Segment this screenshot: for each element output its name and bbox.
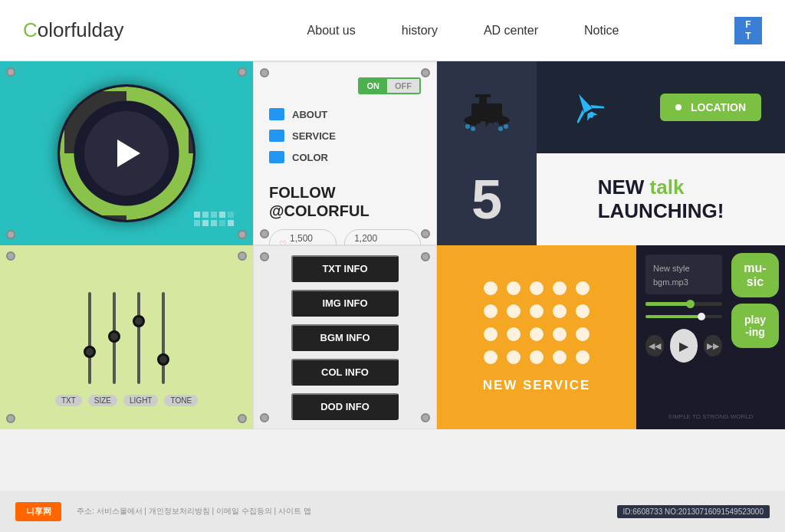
ft-badge[interactable]: F T [734, 17, 762, 44]
info-buttons-cell: TXT INFO IMG INFO BGM INFO COL INFO DOD … [253, 245, 437, 429]
btn-dod-info[interactable]: DOD INFO [291, 393, 399, 420]
launching-label: LAUNCHING! [598, 199, 724, 223]
dot [484, 281, 498, 295]
menu-service[interactable]: SERVICE [269, 125, 421, 146]
btn-txt-info[interactable]: TXT INFO [291, 255, 399, 282]
volume-track[interactable] [645, 315, 722, 318]
slider-thumb-size[interactable] [108, 330, 120, 343]
toggle-on[interactable]: ON [360, 79, 388, 93]
slider-track-tone [162, 292, 165, 384]
svg-point-9 [471, 126, 475, 131]
pixel [211, 220, 217, 226]
slider-thumb-tone[interactable] [157, 353, 169, 366]
dot [484, 327, 498, 341]
btn-img-info[interactable]: IMG INFO [291, 290, 399, 317]
track-name: New style bgm.mp3 [653, 264, 690, 287]
svg-marker-12 [575, 92, 593, 113]
menu-about-label: ABOUT [292, 109, 327, 120]
new-label: NEW [598, 176, 645, 199]
fast-forward-button[interactable]: ▶▶ [704, 335, 722, 356]
screw-br [421, 229, 430, 238]
screw-bl [260, 229, 269, 238]
play-pause-button[interactable]: ▶ [670, 329, 698, 363]
btn-bgm-info[interactable]: BGM INFO [291, 324, 399, 351]
nav-adcenter[interactable]: AD center [484, 24, 538, 38]
plane-cell [537, 61, 636, 153]
music-bubbles: mu-sic play-ing [731, 253, 779, 348]
screw-tl [260, 68, 269, 77]
volume-thumb[interactable] [698, 313, 705, 320]
menu-about[interactable]: ABOUT [269, 103, 421, 125]
follow-handle: FOLLOW @COLORFUL [269, 183, 421, 220]
rewind-button[interactable]: ◀◀ [645, 335, 664, 356]
svg-point-6 [476, 123, 482, 130]
label-light: LIGHT [123, 395, 158, 406]
pixel [194, 220, 200, 226]
slider-txt[interactable] [88, 292, 91, 384]
follow-line2: @COLORFUL [269, 202, 421, 220]
menu-about-icon [269, 108, 284, 120]
slider-light[interactable] [137, 292, 140, 384]
label-txt: TXT [55, 395, 82, 406]
follow-line1: FOLLOW [269, 183, 421, 202]
screw-tr [238, 251, 247, 261]
logo-c: C [23, 18, 38, 41]
page-wrapper: Colorfulday About us history AD center N… [0, 0, 785, 532]
dot [507, 281, 521, 295]
player-controls: ◀◀ ▶ ▶▶ [645, 329, 722, 363]
btn-col-info[interactable]: COL INFO [291, 359, 399, 386]
talk-label: talk [650, 176, 685, 199]
pixel [228, 212, 234, 218]
location-button[interactable]: LOCATION [660, 94, 761, 121]
ship-icon [456, 80, 517, 134]
logo[interactable]: Colorfulday [23, 18, 192, 42]
toggle-off[interactable]: OFF [387, 79, 419, 93]
music-player-cell [0, 61, 253, 245]
dot [553, 281, 567, 295]
dot [530, 281, 544, 295]
svg-point-7 [493, 122, 499, 128]
screw-tl [260, 252, 269, 261]
header: Colorfulday About us history AD center N… [0, 0, 785, 61]
dot [553, 350, 567, 364]
svg-rect-2 [475, 94, 491, 97]
progress-bar[interactable] [645, 302, 722, 306]
svg-rect-1 [479, 96, 487, 107]
progress-thumb[interactable] [686, 300, 695, 308]
slider-thumb-txt[interactable] [84, 346, 96, 358]
slider-track-txt [88, 292, 91, 384]
pixel [211, 212, 217, 218]
dot [484, 304, 498, 318]
dial[interactable] [57, 84, 195, 222]
pixel [202, 212, 209, 218]
play-button-icon[interactable] [117, 140, 140, 167]
menu-items: ABOUT SERVICE COLOR [269, 103, 421, 168]
slider-tone[interactable] [162, 292, 165, 384]
menu-panel: ON OFF ABOUT SERVICE COLOR [253, 61, 437, 245]
slider-size[interactable] [113, 292, 116, 384]
number-cell: 5 [437, 153, 537, 245]
dot [553, 327, 567, 341]
screw-tr [421, 252, 430, 261]
menu-color-label: COLOR [292, 152, 328, 163]
pixel [228, 220, 234, 226]
new-talk-text: NEW talk LAUNCHING! [598, 176, 724, 223]
footer-links: 주소: 서비스몰에서 | 개인정보처리방침 | 이메일 수집등의 | 사이트 맵 [77, 506, 311, 517]
menu-color[interactable]: COLOR [269, 146, 421, 168]
nav-notice[interactable]: Notice [584, 24, 619, 38]
nav-about[interactable]: About us [307, 24, 356, 38]
nav-history[interactable]: history [402, 24, 438, 38]
dot [576, 327, 590, 341]
location-cell: LOCATION [636, 61, 785, 153]
toggle-switch[interactable]: ON OFF [358, 77, 422, 94]
track-display: New style bgm.mp3 [645, 255, 722, 294]
pixel-decoration [194, 212, 234, 226]
dot [484, 350, 498, 364]
slider-labels: TXT SIZE LIGHT TONE [55, 395, 198, 406]
svg-point-3 [464, 114, 510, 126]
footer-id: ID:6608733 NO:20130716091549523000 [617, 505, 770, 518]
toggle-row: ON OFF [269, 77, 421, 94]
pixel [219, 220, 225, 226]
slider-thumb-light[interactable] [133, 315, 145, 327]
slider-track-light [137, 292, 140, 384]
